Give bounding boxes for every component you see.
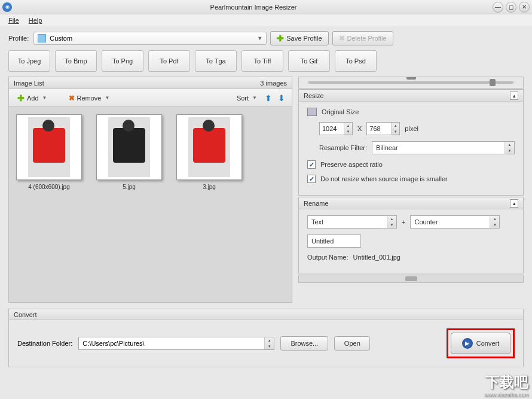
move-up-button[interactable]: ⬆ <box>263 93 274 103</box>
minimize-button[interactable]: — <box>493 2 503 13</box>
plus-label: + <box>402 218 405 226</box>
convert-highlight: ▶ Convert <box>447 328 515 358</box>
image-list-toolbar: ✚ Add ▼ ✖ Remove ▼ Sort ▼ ⬆ ⬇ <box>8 89 292 106</box>
filter-label: Resample Filter: <box>319 144 367 151</box>
title-bar: ◉ Pearlmountain Image Resizer — ◻ ✕ <box>0 0 532 14</box>
drag-handle-icon[interactable] <box>406 77 416 80</box>
thumbnail-label: 5.jpg <box>123 184 136 190</box>
destination-label: Destination Folder: <box>17 340 72 347</box>
list-item[interactable]: 4 (600x600).jpg <box>16 114 82 190</box>
preserve-aspect-label: Preserve aspect ratio <box>320 161 383 168</box>
thumbnail-image <box>108 117 150 177</box>
tab-pdf[interactable]: To Pdf <box>148 50 190 72</box>
open-button[interactable]: Open <box>334 336 370 351</box>
convert-title: Convert <box>14 311 37 318</box>
scroll-bar[interactable] <box>298 275 524 283</box>
thumbnail-image <box>28 117 70 177</box>
no-upscale-checkbox[interactable] <box>307 175 316 183</box>
thumbnail-label: 3.jpg <box>203 184 216 190</box>
app-icon: ◉ <box>2 2 12 12</box>
x-icon: ✖ <box>339 34 345 42</box>
collapse-button[interactable]: ▴ <box>510 199 518 208</box>
x-label: X <box>357 125 362 132</box>
format-tabs: To Jpeg To Bmp To Png To Pdf To Tga To T… <box>0 50 532 77</box>
original-size-checkbox[interactable] <box>307 108 317 116</box>
tab-bmp[interactable]: To Bmp <box>55 50 97 72</box>
convert-panel: Convert Destination Folder: C:\Users\pc\… <box>8 309 524 367</box>
tab-psd[interactable]: To Psd <box>335 50 377 72</box>
remove-button[interactable]: ✖ Remove ▼ <box>65 93 114 103</box>
list-item[interactable]: 5.jpg <box>96 114 162 190</box>
play-icon: ▶ <box>462 338 473 349</box>
menu-bar: File Help <box>0 14 532 26</box>
original-size-label: Original Size <box>322 108 359 115</box>
x-icon: ✖ <box>69 94 75 102</box>
image-list-title: Image List <box>14 80 44 87</box>
thumbnail-label: 4 (600x600).jpg <box>28 184 70 190</box>
width-input[interactable]: 1024 ▲▼ <box>319 122 353 135</box>
list-item[interactable]: 3.jpg <box>176 114 242 190</box>
thumbnail-area[interactable]: 4 (600x600).jpg 5.jpg 3.jpg <box>8 106 292 303</box>
image-count: 3 images <box>260 80 287 87</box>
resize-title: Resize <box>304 92 324 99</box>
quality-section <box>298 77 524 89</box>
tab-jpeg[interactable]: To Jpeg <box>8 50 50 72</box>
sort-button[interactable]: Sort ▼ <box>233 93 261 103</box>
resample-filter-select[interactable]: Bilinear ▲▼ <box>372 141 515 154</box>
caret-down-icon: ▼ <box>105 95 109 100</box>
close-button[interactable]: ✕ <box>519 2 530 13</box>
rename-section: Rename ▴ Text ▲▼ + Counter ▲▼ <box>298 197 524 273</box>
rename-text-input[interactable]: Untitled <box>307 234 361 248</box>
unit-label: pixel <box>405 125 418 132</box>
caret-down-icon: ▼ <box>42 95 47 100</box>
menu-help[interactable]: Help <box>24 16 47 25</box>
quality-slider[interactable] <box>308 81 513 84</box>
maximize-button[interactable]: ◻ <box>506 2 516 13</box>
preserve-aspect-checkbox[interactable] <box>307 160 316 169</box>
convert-button[interactable]: ▶ Convert <box>451 333 510 354</box>
rename-part1-select[interactable]: Text ▲▼ <box>307 215 397 229</box>
tab-tga[interactable]: To Tga <box>195 50 237 72</box>
tab-png[interactable]: To Png <box>102 50 143 72</box>
chevron-down-icon: ▼ <box>257 35 262 41</box>
window-title: Pearlmountain Image Resizer <box>17 4 490 11</box>
destination-folder-select[interactable]: C:\Users\pc\Pictures\ ▲▼ <box>78 337 274 350</box>
collapse-button[interactable]: ▴ <box>510 92 518 100</box>
caret-down-icon: ▼ <box>252 95 257 100</box>
resize-section: Resize ▴ Original Size 1024 ▲▼ X 768 ▲▼ <box>298 89 524 196</box>
output-name-label: Output Name: <box>307 254 348 261</box>
tab-gif[interactable]: To Gif <box>288 50 330 72</box>
plus-icon: ✚ <box>277 33 284 43</box>
watermark-text: 下载吧 <box>484 373 528 392</box>
menu-file[interactable]: File <box>4 16 24 25</box>
profile-select[interactable]: Custom ▼ <box>33 32 267 45</box>
rename-part2-select[interactable]: Counter ▲▼ <box>410 215 500 229</box>
move-down-button[interactable]: ⬇ <box>276 93 287 103</box>
scroll-thumb[interactable] <box>405 276 417 281</box>
thumbnail-image <box>188 117 230 177</box>
profile-row: Profile: Custom ▼ ✚ Save Profile ✖ Delet… <box>0 26 532 50</box>
plus-icon: ✚ <box>17 93 25 103</box>
add-button[interactable]: ✚ Add ▼ <box>14 92 51 104</box>
document-icon <box>38 34 46 42</box>
settings-panel: Resize ▴ Original Size 1024 ▲▼ X 768 ▲▼ <box>298 77 524 303</box>
save-profile-button[interactable]: ✚ Save Profile <box>270 31 328 45</box>
image-list-panel: Image List 3 images ✚ Add ▼ ✖ Remove ▼ S… <box>8 77 292 303</box>
profile-value: Custom <box>50 35 72 42</box>
image-list-header: Image List 3 images <box>8 77 292 89</box>
output-name-value: Untitled_001.jpg <box>353 254 400 261</box>
delete-profile-button[interactable]: ✖ Delete Profile <box>332 31 393 45</box>
no-upscale-label: Do not resize when source image is small… <box>320 175 448 182</box>
watermark-url: www.xiazaiba.com <box>484 392 528 398</box>
browse-button[interactable]: Browse... <box>280 336 328 351</box>
height-input[interactable]: 768 ▲▼ <box>366 122 400 135</box>
profile-label: Profile: <box>8 35 29 42</box>
rename-title: Rename <box>304 200 329 207</box>
tab-tiff[interactable]: To Tiff <box>241 50 283 72</box>
